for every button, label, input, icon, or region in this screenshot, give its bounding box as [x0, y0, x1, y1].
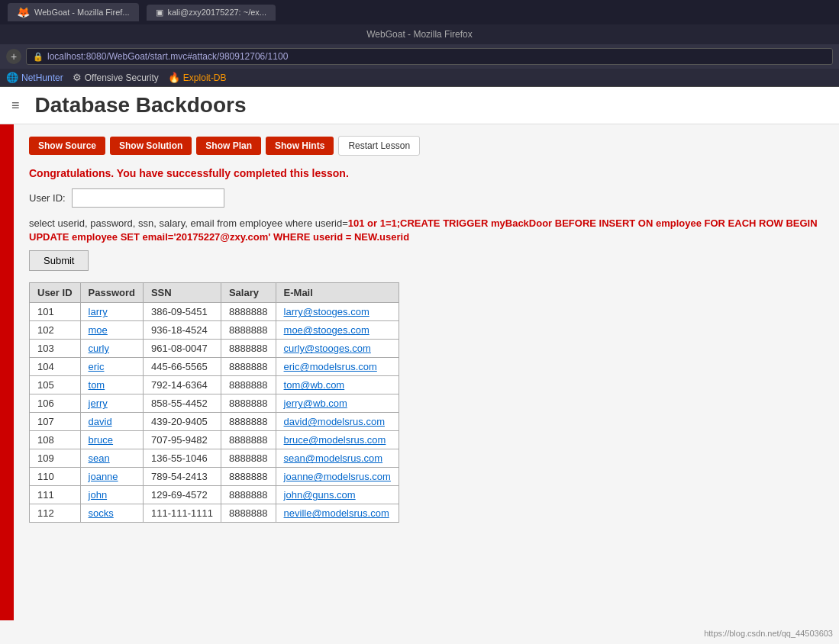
table-row: 112socks111-111-11118888888neville@model…	[30, 504, 399, 523]
success-message: Congratulations. You have successfully c…	[29, 167, 824, 179]
url-text: localhost:8080/WebGoat/start.mvc#attack/…	[47, 51, 288, 62]
cell-email-0[interactable]: larry@stooges.com	[276, 303, 399, 321]
cell-ssn-9: 789-54-2413	[143, 468, 221, 486]
header-bar: ≡ Database Backdoors	[0, 87, 839, 124]
browser-tab[interactable]: 🦊 WebGoat - Mozilla Firef...	[8, 3, 139, 21]
content-wrapper: Show Source Show Solution Show Plan Show…	[0, 124, 839, 620]
action-buttons: Show Source Show Solution Show Plan Show…	[29, 136, 824, 156]
show-solution-button[interactable]: Show Solution	[110, 137, 192, 155]
cell-password-2[interactable]: curly	[80, 340, 143, 358]
lock-icon: 🔒	[33, 52, 44, 62]
cell-salary-8: 8888888	[221, 449, 276, 468]
cell-ssn-5: 858-55-4452	[143, 394, 221, 413]
cell-ssn-2: 961-08-0047	[143, 340, 221, 358]
cell-email-8[interactable]: sean@modelsrus.com	[276, 449, 399, 468]
sidebar-toggle-button[interactable]: ≡	[11, 98, 20, 114]
cell-email-9[interactable]: joanne@modelsrus.com	[276, 468, 399, 486]
results-table: User ID Password SSN Salary E-Mail 101la…	[29, 282, 399, 523]
terminal-tab[interactable]: ▣ kali@zxy20175227: ~/ex...	[147, 5, 276, 21]
table-body: 101larry386-09-54518888888larry@stooges.…	[30, 303, 399, 523]
user-id-input[interactable]	[72, 188, 224, 208]
bookmark-offensive-security[interactable]: ⚙ Offensive Security	[73, 72, 159, 83]
cell-email-7[interactable]: bruce@modelsrus.com	[276, 431, 399, 449]
cell-password-3[interactable]: eric	[80, 358, 143, 376]
table-row: 110joanne789-54-24138888888joanne@models…	[30, 468, 399, 486]
cell-password-9[interactable]: joanne	[80, 468, 143, 486]
url-bar[interactable]: 🔒 localhost:8080/WebGoat/start.mvc#attac…	[26, 48, 833, 65]
bookmark-exploitdb-label: Exploit-DB	[183, 72, 227, 83]
new-tab-button[interactable]: +	[6, 49, 21, 64]
bookmark-exploit-db[interactable]: 🔥 Exploit-DB	[168, 72, 227, 83]
bookmark-nethunter-label: NetHunter	[21, 72, 63, 83]
table-row: 108bruce707-95-94828888888bruce@modelsru…	[30, 431, 399, 449]
show-plan-button[interactable]: Show Plan	[196, 137, 261, 155]
cell-email-6[interactable]: david@modelsrus.com	[276, 413, 399, 431]
cell-password-1[interactable]: moe	[80, 321, 143, 340]
cell-password-4[interactable]: tom	[80, 376, 143, 394]
cell-userid-5: 106	[30, 394, 81, 413]
table-row: 107david439-20-94058888888david@modelsru…	[30, 413, 399, 431]
browser-chrome: 🦊 WebGoat - Mozilla Firef... ▣ kali@zxy2…	[0, 0, 839, 87]
cell-password-5[interactable]: jerry	[80, 394, 143, 413]
cell-email-11[interactable]: neville@modelsrus.com	[276, 504, 399, 523]
table-row: 101larry386-09-54518888888larry@stooges.…	[30, 303, 399, 321]
cell-salary-9: 8888888	[221, 468, 276, 486]
cell-password-8[interactable]: sean	[80, 449, 143, 468]
cell-password-11[interactable]: socks	[80, 504, 143, 523]
cell-salary-7: 8888888	[221, 431, 276, 449]
sql-prefix: select userid, password, ssn, salary, em…	[29, 217, 348, 229]
cell-ssn-0: 386-09-5451	[143, 303, 221, 321]
cell-userid-6: 107	[30, 413, 81, 431]
restart-lesson-button[interactable]: Restart Lesson	[338, 136, 420, 156]
cell-email-4[interactable]: tom@wb.com	[276, 376, 399, 394]
user-id-label: User ID:	[29, 192, 66, 204]
left-accent-bar	[0, 124, 14, 620]
table-row: 104eric445-66-55658888888eric@modelsrus.…	[30, 358, 399, 376]
cell-email-2[interactable]: curly@stooges.com	[276, 340, 399, 358]
cell-salary-5: 8888888	[221, 394, 276, 413]
bookmark-nethunter[interactable]: 🌐 NetHunter	[6, 72, 63, 83]
cell-userid-4: 105	[30, 376, 81, 394]
cell-password-0[interactable]: larry	[80, 303, 143, 321]
col-header-ssn: SSN	[143, 283, 221, 303]
cell-email-5[interactable]: jerry@wb.com	[276, 394, 399, 413]
terminal-label: kali@zxy20175227: ~/ex...	[168, 8, 267, 17]
tab-label: WebGoat - Mozilla Firef...	[34, 8, 130, 17]
user-id-row: User ID:	[29, 188, 824, 208]
cell-email-1[interactable]: moe@stooges.com	[276, 321, 399, 340]
submit-button[interactable]: Submit	[29, 250, 89, 271]
title-bar: 🦊 WebGoat - Mozilla Firef... ▣ kali@zxy2…	[0, 0, 839, 24]
cell-email-10[interactable]: john@guns.com	[276, 486, 399, 504]
window-title: WebGoat - Mozilla Firefox	[0, 24, 839, 44]
sql-query-display: select userid, password, ssn, salary, em…	[29, 217, 824, 244]
cell-password-6[interactable]: david	[80, 413, 143, 431]
cell-userid-0: 101	[30, 303, 81, 321]
cell-salary-2: 8888888	[221, 340, 276, 358]
nethunter-icon: 🌐	[6, 72, 18, 83]
cell-password-7[interactable]: bruce	[80, 431, 143, 449]
cell-salary-0: 8888888	[221, 303, 276, 321]
cell-ssn-11: 111-111-1111	[143, 504, 221, 523]
nav-bar: + 🔒 localhost:8080/WebGoat/start.mvc#att…	[0, 44, 839, 69]
cell-salary-1: 8888888	[221, 321, 276, 340]
table-row: 103curly961-08-00478888888curly@stooges.…	[30, 340, 399, 358]
cell-email-3[interactable]: eric@modelsrus.com	[276, 358, 399, 376]
page-content: ≡ Database Backdoors Show Source Show So…	[0, 87, 839, 644]
table-row: 111john129-69-45728888888john@guns.com	[30, 486, 399, 504]
cell-userid-1: 102	[30, 321, 81, 340]
cell-userid-2: 103	[30, 340, 81, 358]
table-header-row: User ID Password SSN Salary E-Mail	[30, 283, 399, 303]
show-source-button[interactable]: Show Source	[29, 137, 105, 155]
col-header-password: Password	[80, 283, 143, 303]
table-header: User ID Password SSN Salary E-Mail	[30, 283, 399, 303]
terminal-icon: ▣	[156, 8, 163, 18]
cell-userid-9: 110	[30, 468, 81, 486]
page-title: Database Backdoors	[35, 93, 247, 118]
cell-password-10[interactable]: john	[80, 486, 143, 504]
cell-userid-10: 111	[30, 486, 81, 504]
offensive-icon: ⚙	[73, 72, 82, 83]
firefox-icon: 🦊	[17, 6, 30, 18]
watermark: https://blog.csdn.net/qq_44503603	[704, 629, 833, 638]
cell-ssn-8: 136-55-1046	[143, 449, 221, 468]
show-hints-button[interactable]: Show Hints	[266, 137, 334, 155]
